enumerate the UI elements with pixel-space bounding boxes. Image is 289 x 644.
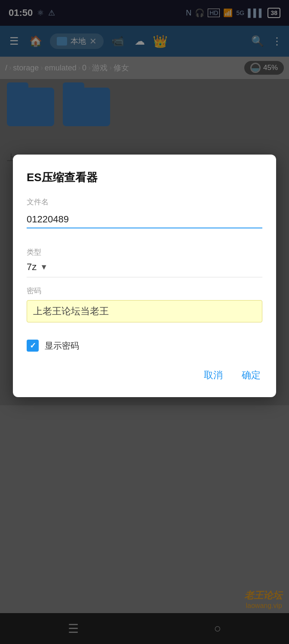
cancel-button[interactable]: 取消 (202, 365, 224, 385)
filename-label: 文件名 (27, 197, 262, 207)
checkbox-check-icon: ✓ (30, 341, 36, 350)
type-label: 类型 (27, 247, 262, 257)
password-input[interactable] (27, 300, 262, 322)
type-dropdown[interactable]: 7z ▼ (27, 261, 262, 277)
filename-section: 文件名 (27, 197, 262, 239)
type-value: 7z (27, 261, 37, 273)
type-section: 类型 7z ▼ (27, 247, 262, 277)
dropdown-arrow-icon: ▼ (40, 263, 48, 272)
dialog-buttons: 取消 确定 (27, 365, 262, 385)
show-password-label: 显示密码 (45, 340, 79, 352)
confirm-button[interactable]: 确定 (240, 365, 262, 385)
dialog-title: ES压缩查看器 (27, 170, 262, 185)
compress-dialog: ES压缩查看器 文件名 类型 7z ▼ 密码 ✓ 显示密码 取消 确定 (13, 155, 276, 397)
password-label: 密码 (27, 286, 262, 296)
show-password-checkbox[interactable]: ✓ (27, 340, 39, 352)
filename-input[interactable] (27, 211, 262, 228)
show-password-row: ✓ 显示密码 (27, 340, 262, 352)
password-section: 密码 (27, 286, 262, 331)
